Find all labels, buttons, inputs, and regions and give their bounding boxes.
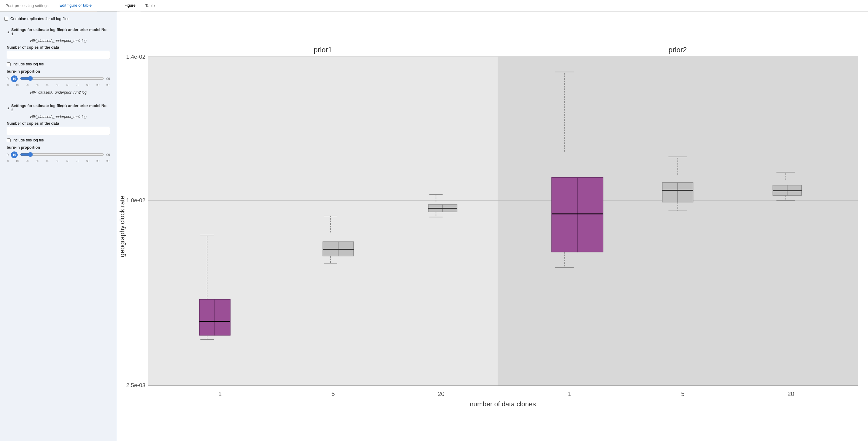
prior1-header-label: Settings for estimate log file(s) under … — [11, 28, 110, 36]
right-tab-bar: Figure Table — [117, 0, 868, 11]
x-axis-label: number of data clones — [470, 400, 536, 408]
tick-row-p2f1: 0 10 20 30 40 50 60 70 80 90 99 — [7, 159, 110, 163]
include-label-p2f1: include this log file — [13, 138, 44, 142]
prior1-section: ▲ Settings for estimate log file(s) unde… — [4, 25, 113, 99]
left-tab-bar: Post-processing settings Edit figure or … — [0, 0, 117, 11]
slider-container-p1f1 — [20, 76, 104, 82]
include-checkbox-p2f1[interactable] — [7, 138, 11, 142]
chart-area: prior1 prior2 geography.clock.rate 2.5e-… — [117, 11, 868, 441]
x-tick-p1-5: 5 — [332, 390, 335, 397]
prior1-header: ▲ Settings for estimate log file(s) unde… — [7, 28, 110, 36]
prior1-label: prior1 — [314, 46, 332, 54]
prior2-header: ▲ Settings for estimate log file(s) unde… — [7, 104, 110, 112]
prior2-label: prior2 — [669, 46, 687, 54]
main-chart: prior1 prior2 geography.clock.rate 2.5e-… — [117, 11, 868, 441]
copies-input-p1f1[interactable]: 0 — [7, 51, 110, 59]
combine-label: Combine replicates for all log files — [10, 17, 69, 21]
p1-c1-left-box — [199, 299, 215, 335]
slider-max-p1f1: 99 — [106, 77, 110, 81]
p1-c1-right-box — [215, 299, 230, 335]
p2-c1-right-box — [578, 177, 603, 252]
combine-checkbox[interactable] — [4, 17, 8, 21]
right-panel: Figure Table prior1 prior2 geography.clo… — [117, 0, 868, 441]
prior2-section: ▲ Settings for estimate log file(s) unde… — [4, 101, 113, 169]
burnin-label-p1f1: burn-in proportion — [7, 69, 110, 73]
x-tick-p2-1: 1 — [568, 390, 571, 397]
prior2-file1-label: HIV_datasetA_underprior_run1.log — [7, 115, 110, 119]
y-tick-mid: 1.0e-02 — [126, 197, 145, 203]
include-row-p1f1: include this log file — [7, 62, 110, 66]
tab-figure[interactable]: Figure — [120, 0, 141, 11]
include-label-p1f1: include this log file — [13, 62, 44, 66]
p2-c1-left-box — [552, 177, 578, 252]
tab-post-processing[interactable]: Post-processing settings — [0, 0, 54, 11]
slider-value-p2f1: 10 — [11, 152, 18, 158]
x-tick-p1-1: 1 — [218, 390, 222, 397]
slider-value-p1f1: 10 — [11, 75, 18, 82]
tick-row-p1f1: 0 10 20 30 40 50 60 70 80 90 99 — [7, 83, 110, 87]
combine-row: Combine replicates for all log files — [4, 17, 113, 21]
slider-row-p2f1: 0 10 99 — [7, 152, 110, 158]
left-panel: Post-processing settings Edit figure or … — [0, 0, 117, 441]
copies-input-p2f1[interactable]: 0 — [7, 127, 110, 135]
include-checkbox-p1f1[interactable] — [7, 62, 11, 66]
x-tick-p2-5: 5 — [681, 390, 685, 397]
burnin-label-p2f1: burn-in proportion — [7, 146, 110, 150]
tab-edit-figure[interactable]: Edit figure or table — [54, 0, 97, 11]
prior1-file1-label: HIV_datasetA_underprior_run1.log — [7, 39, 110, 43]
slider-row-p1f1: 0 10 99 — [7, 75, 110, 82]
burnin-slider-p1f1[interactable] — [20, 76, 104, 81]
p2-c5-right-box — [678, 183, 693, 202]
slider-container-p2f1 — [20, 152, 104, 158]
burnin-slider-p2f1[interactable] — [20, 152, 104, 157]
slider-min-p1f1: 0 — [7, 77, 8, 81]
x-tick-p2-20: 20 — [787, 390, 795, 397]
y-tick-bottom: 2.5e-03 — [126, 382, 145, 388]
svg-rect-1 — [148, 57, 498, 386]
y-axis-label: geography.clock.rate — [118, 195, 126, 257]
copies-label-p1f1: Number of copies of the data — [7, 45, 110, 50]
y-tick-top: 1.4e-02 — [126, 54, 145, 60]
prior2-header-label: Settings for estimate log file(s) under … — [11, 104, 110, 112]
collapse-arrow-prior2[interactable]: ▲ — [7, 106, 10, 110]
tab-table[interactable]: Table — [141, 0, 160, 11]
include-row-p2f1: include this log file — [7, 138, 110, 142]
copies-label-p2f1: Number of copies of the data — [7, 121, 110, 126]
collapse-arrow-prior1[interactable]: ▲ — [7, 30, 10, 34]
slider-min-p2f1: 0 — [7, 153, 8, 157]
p2-c5-left-box — [662, 183, 678, 202]
x-tick-p1-20: 20 — [438, 390, 445, 397]
prior1-file2-label: HIV_datasetA_underprior_run2.log — [7, 90, 110, 95]
slider-max-p2f1: 99 — [106, 153, 110, 157]
left-content: Combine replicates for all log files ▲ S… — [0, 11, 117, 174]
